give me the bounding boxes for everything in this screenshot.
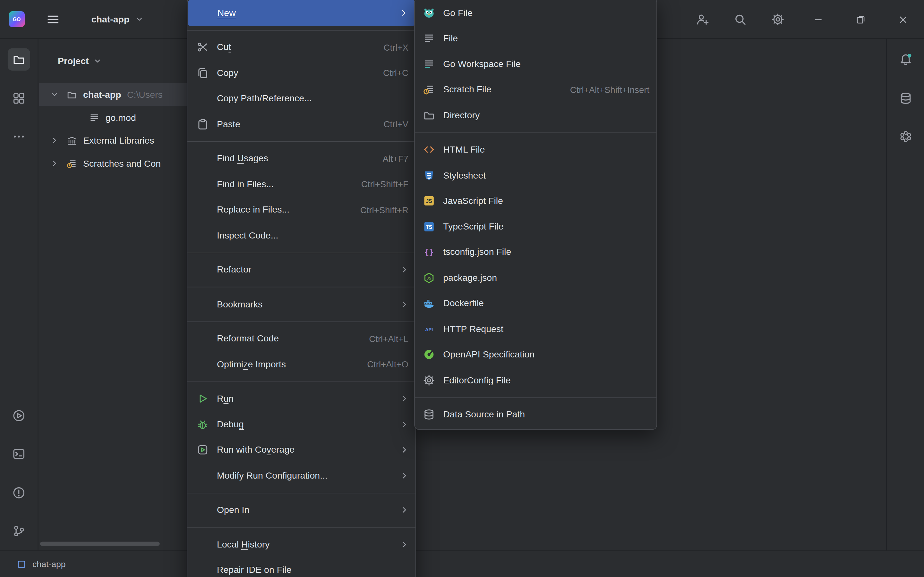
squares-grid-icon <box>13 92 25 105</box>
submenu-arrow-icon <box>399 420 408 429</box>
menu-item-editorconfig-file[interactable]: EditorConfig File <box>415 367 656 393</box>
menu-item-bookmarks[interactable]: Bookmarks <box>187 292 415 317</box>
menu-item-copy[interactable]: CopyCtrl+C <box>187 60 415 85</box>
more-tool-windows-button[interactable] <box>8 125 30 148</box>
svg-text:API: API <box>425 327 433 332</box>
menu-item-label: Go Workspace File <box>443 59 521 69</box>
menu-item-inspect-code[interactable]: Inspect Code... <box>187 222 415 248</box>
menu-separator <box>187 30 415 31</box>
chevron-right-icon[interactable] <box>48 135 60 147</box>
menu-item-directory[interactable]: Directory <box>415 103 656 128</box>
menu-separator <box>187 492 415 493</box>
menu-item-label: File <box>443 33 458 44</box>
chevron-down-icon <box>135 15 144 24</box>
project-tool-window-button[interactable] <box>8 48 30 71</box>
menu-item-label: New <box>218 7 236 18</box>
gear-icon <box>423 374 435 386</box>
menu-item-label: Paste <box>217 119 240 129</box>
menu-item-replace-in-files[interactable]: Replace in Files...Ctrl+Shift+R <box>187 197 415 222</box>
notifications-button[interactable] <box>894 48 917 71</box>
menu-item-paste[interactable]: PasteCtrl+V <box>187 111 415 137</box>
tool-windows-button[interactable] <box>8 87 30 110</box>
terminal-tool-window-button[interactable] <box>8 443 30 465</box>
menu-item-label: Run with Coverage <box>217 445 294 455</box>
menu-item-refactor[interactable]: Refactor <box>187 257 415 283</box>
right-tool-strip <box>886 39 924 550</box>
menu-item-repair-ide-on-file[interactable]: Repair IDE on File <box>187 557 415 577</box>
menu-item-file[interactable]: File <box>415 26 656 51</box>
version-control-button[interactable] <box>8 520 30 542</box>
menu-item-optimize-imports[interactable]: Optimize ImportsCtrl+Alt+O <box>187 351 415 377</box>
menu-item-javascript-file[interactable]: JSJavaScript File <box>415 188 656 214</box>
goland-logo-text: GO <box>13 16 21 22</box>
settings-button[interactable] <box>759 0 797 39</box>
left-tool-strip <box>0 39 38 550</box>
folder-icon <box>66 89 78 100</box>
menu-item-data-source-in-path[interactable]: Data Source in Path <box>415 402 656 428</box>
menu-item-label: Reformat Code <box>217 334 279 344</box>
menu-item-open-in[interactable]: Open In <box>187 497 415 523</box>
menu-item-go-workspace-file[interactable]: Go Workspace File <box>415 51 656 77</box>
chevron-right-icon[interactable] <box>48 157 60 169</box>
menu-item-label: Modify Run Configuration... <box>217 470 328 481</box>
menu-item-run-with-coverage[interactable]: Run with Coverage <box>187 437 415 463</box>
menu-item-reformat-code[interactable]: Reformat CodeCtrl+Alt+L <box>187 326 415 351</box>
status-bar-project-widget[interactable]: chat-app <box>32 559 66 569</box>
menu-item-go-file[interactable]: Go File <box>415 0 656 26</box>
minimize-button[interactable] <box>796 0 839 39</box>
scratch-icon <box>423 84 435 95</box>
menu-item-cut[interactable]: CutCtrl+X <box>187 34 415 60</box>
database-tool-window-button[interactable] <box>894 87 917 110</box>
menu-item-label: Open In <box>217 505 249 516</box>
menu-item-shortcut: Ctrl+Alt+L <box>355 334 409 343</box>
close-button[interactable] <box>882 0 924 39</box>
project-selector[interactable]: chat-app <box>91 14 144 24</box>
goland-logo-icon: GO <box>9 11 25 27</box>
menu-item-icon-slot <box>423 32 435 44</box>
horizontal-scrollbar-thumb[interactable] <box>40 542 160 546</box>
menu-item-find-usages[interactable]: Find UsagesAlt+F7 <box>187 146 415 171</box>
menu-item-shortcut: Ctrl+Alt+Shift+Insert <box>556 85 649 95</box>
maximize-restore-button[interactable] <box>839 0 882 39</box>
menu-item-openapi-specification[interactable]: OpenAPI Specification <box>415 342 656 367</box>
menu-item-icon-slot <box>197 7 209 19</box>
menu-item-typescript-file[interactable]: TSTypeScript File <box>415 214 656 239</box>
menu-item-run[interactable]: Run <box>187 386 415 412</box>
search-everywhere-button[interactable] <box>721 0 759 39</box>
menu-item-dockerfile[interactable]: Dockerfile <box>415 290 656 316</box>
menu-item-copy-path-reference[interactable]: Copy Path/Reference... <box>187 85 415 111</box>
chevron-down-icon[interactable] <box>48 89 60 100</box>
menu-item-label: Dockerfile <box>443 298 484 309</box>
menu-item-new[interactable]: New <box>188 0 415 26</box>
library-icon <box>66 135 78 147</box>
submenu-arrow-icon <box>399 506 408 514</box>
ts-icon: TS <box>423 221 435 232</box>
menu-item-shortcut: Alt+F7 <box>368 153 408 163</box>
menu-item-find-in-files[interactable]: Find in Files...Ctrl+Shift+F <box>187 171 415 197</box>
menu-item-modify-run-configuration[interactable]: Modify Run Configuration... <box>187 463 415 488</box>
menu-item-tsconfig-json-file[interactable]: {}tsconfig.json File <box>415 239 656 265</box>
menu-item-http-request[interactable]: APIHTTP Request <box>415 316 656 342</box>
menu-item-html-file[interactable]: HTML File <box>415 137 656 163</box>
menu-item-stylesheet[interactable]: Stylesheet <box>415 163 656 188</box>
bell-icon <box>899 53 912 66</box>
titlebar-actions <box>684 0 924 39</box>
menu-item-package-json[interactable]: JSpackage.json <box>415 265 656 291</box>
submenu-arrow-icon <box>399 395 408 403</box>
main-menu-button[interactable] <box>35 0 71 39</box>
hamburger-icon <box>47 13 59 25</box>
menu-item-icon-slot: {} <box>423 246 435 258</box>
add-user-button[interactable] <box>684 0 722 39</box>
menu-item-debug[interactable]: Debug <box>187 412 415 437</box>
menu-separator <box>415 132 656 133</box>
menu-item-icon-slot: JS <box>423 272 435 284</box>
menu-item-scratch-file[interactable]: Scratch FileCtrl+Alt+Shift+Insert <box>415 77 656 103</box>
submenu-arrow-icon <box>399 300 408 308</box>
problems-tool-window-button[interactable] <box>8 482 30 504</box>
menu-item-local-history[interactable]: Local History <box>187 532 415 558</box>
menu-item-label: Run <box>217 393 234 404</box>
ai-assistant-button[interactable] <box>894 125 917 148</box>
menu-item-label: Find in Files... <box>217 179 274 189</box>
notification-dot <box>907 54 911 58</box>
run-tool-window-button[interactable] <box>8 405 30 427</box>
